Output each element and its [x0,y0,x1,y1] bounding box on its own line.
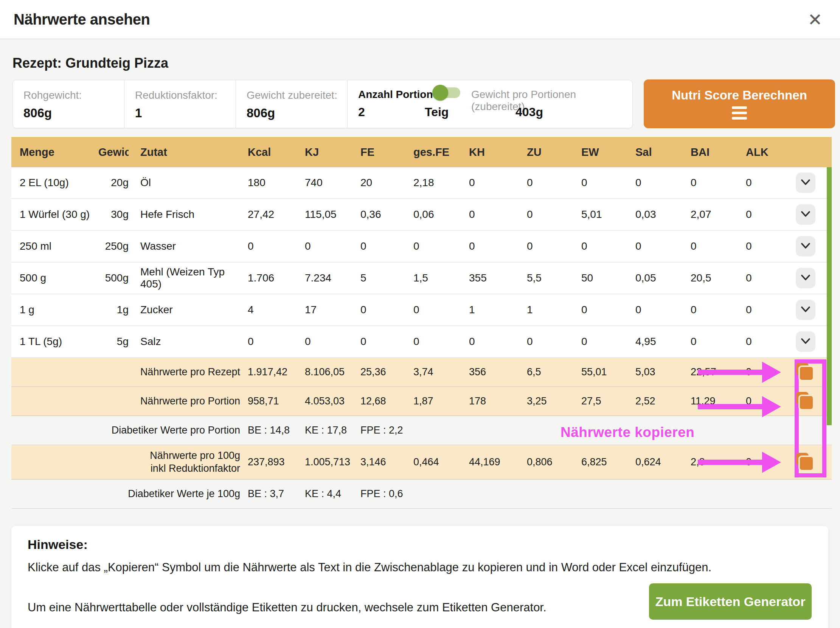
cell-value: 0 [469,177,527,189]
toggle-knob [432,85,448,101]
cell-value: 0 [691,335,746,348]
label-generator-button[interactable]: Zum Etiketten Generator [649,583,812,620]
portions-count: 2 [358,105,365,119]
summary-cell-value: 1,87 [414,395,469,407]
column-header-kcal: Kcal [248,146,305,158]
cell-value: 740 [305,177,360,189]
summary-row: Nährwerte pro Portion958,714.053,0312,68… [11,387,832,416]
cell-value: 0 [248,240,305,252]
nutri-score-button[interactable]: Nutri Score Berechnen [644,79,835,128]
cell-value: 0 [469,335,527,348]
cell-gewicht: 30g [98,209,129,221]
summary-cell-value: 5,03 [635,366,691,378]
summary-cell-value: 3,74 [414,366,469,378]
prepared-weight-value: 806g [246,106,347,120]
copy-values-button[interactable] [795,452,816,473]
cell-actions [779,294,832,325]
cell-menge: 1 Würfel (30 g) [11,208,98,221]
summary-cell-value: 1.005,713 [305,456,360,468]
cell-value: 0 [581,177,635,189]
cell-value: 0 [414,335,469,348]
cell-value: 1 [527,304,581,316]
expand-row-button[interactable] [796,268,815,288]
cell-value: 0 [248,335,305,348]
column-header-kj: KJ [305,146,360,158]
cell-gewicht: 1g [98,304,129,316]
cell-menge: 1 g [11,304,98,316]
reduction-factor-label: Reduktionsfaktor: [135,89,235,101]
cell-value: 0 [746,177,779,189]
cell-value: 355 [469,272,527,284]
cell-value: 0,05 [635,272,691,284]
ingredient-row: 250 ml250gWasser0000000000 [11,231,832,263]
copy-annotation-label: Nährwerte kopieren [561,424,697,440]
expand-row-button[interactable] [796,331,815,352]
ingredient-row: 1 TL (5g)5gSalz00000004,9500 [11,326,832,358]
cell-value: 0 [414,304,469,316]
close-button[interactable]: ✕ [804,8,826,31]
summary-cell-value: 0,624 [635,456,691,468]
ingredient-row: 1 Würfel (30 g)30gHefe Frisch27,42115,05… [11,199,832,231]
cell-zutat: Mehl (Weizen Typ 405) [129,266,248,290]
expand-row-button[interactable] [796,300,815,320]
cell-value: 0,36 [360,209,414,221]
cell-value: 0 [414,240,469,252]
cell-value: 0 [635,240,691,252]
summary-cell-value: 55,01 [581,366,635,378]
prepared-weight-label: Gewicht zubereitet: [246,89,347,101]
cell-value: 0 [305,335,360,348]
column-header-menge: Menge [11,146,98,159]
reduction-factor-value: 1 [135,106,235,120]
cell-value: 27,42 [248,209,305,221]
nutri-score-button-label: Nutri Score Berechnen [672,88,807,103]
per-portion-weight-label: Gewicht pro Portionen (zubereitet) [471,89,632,113]
portions-toggle[interactable] [434,86,460,99]
summary-cell-value: 356 [469,366,527,378]
cell-zutat: Zucker [129,304,248,316]
cell-value: 0 [581,240,635,252]
summary-cell-value: FPE : 0,6 [360,488,414,500]
cell-value: 1,5 [414,272,469,284]
hints-line-copy: Klicke auf das „Kopieren“ Symbol um die … [28,561,780,574]
summary-cell-value: 25,36 [360,366,414,378]
raw-weight-label: Rohgewicht: [24,89,124,101]
reduction-factor-section: Reduktionsfaktor: 1 [125,80,236,128]
chevron-down-icon [801,338,810,345]
cell-value: 5 [360,272,414,284]
summary-cell-value: 3,146 [360,456,414,468]
chevron-down-icon [801,242,810,250]
cell-value: 0 [360,335,414,348]
column-header-kh: KH [469,146,527,158]
expand-row-button[interactable] [796,236,815,256]
column-header-zutat: Zutat [129,146,248,158]
cell-value: 0 [635,304,691,316]
portions-section: Anzahl Portionen Gewicht pro Portionen (… [347,80,632,128]
cell-value: 4,95 [635,335,691,348]
hamburger-icon [732,106,747,120]
hints-heading: Hinweise: [28,537,88,552]
cell-zutat: Öl [129,177,248,189]
cell-zutat: Wasser [129,240,248,252]
summary-cell-value: 178 [469,395,527,407]
column-header-gesfe: ges.FE [414,146,469,158]
copy-values-button[interactable] [795,391,816,411]
cell-value: 0 [746,335,779,348]
summary-row-label: Nährwerte pro Portion [11,395,248,408]
hints-card: Hinweise: Klicke auf das „Kopieren“ Symb… [11,526,828,628]
cell-value: 0 [527,209,581,221]
summary-row-label: Diabetiker Werte je 100g [11,488,248,500]
cell-value: 1 [469,304,527,316]
scrollbar-thumb[interactable] [827,167,832,425]
summary-cell-value: 6,825 [581,456,635,468]
cell-zutat: Salz [129,335,248,348]
cell-actions [779,326,832,357]
cell-gewicht: 5g [98,335,129,348]
summary-cell-value: 958,71 [248,395,305,407]
summary-cell-value: FPE : 2,2 [360,424,414,436]
copy-values-button[interactable] [795,362,816,383]
cell-value: 0 [360,304,414,316]
chevron-down-icon [801,179,810,187]
raw-weight-value: 806g [24,106,124,120]
expand-row-button[interactable] [796,204,815,225]
expand-row-button[interactable] [796,172,815,193]
